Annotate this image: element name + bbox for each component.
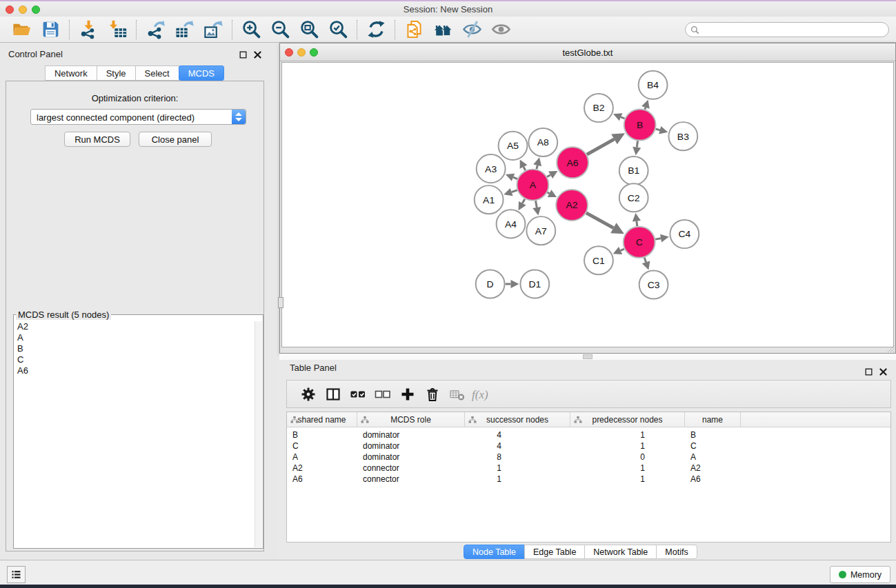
export-image-button[interactable] — [199, 18, 228, 41]
graph-node-A8[interactable]: A8 — [528, 128, 557, 156]
graph-edge-C-C2[interactable] — [633, 213, 641, 226]
graph-edge-C-C1[interactable] — [613, 247, 624, 254]
table-row[interactable]: A2connector11A2 — [287, 463, 890, 474]
refresh-button[interactable] — [361, 18, 390, 41]
zoom-in-button[interactable] — [237, 18, 266, 41]
graph-node-B[interactable]: B — [624, 110, 656, 141]
graph-edge-C-C4[interactable] — [655, 234, 669, 243]
search-input[interactable] — [702, 25, 888, 34]
graph-edge-A-A7[interactable] — [532, 201, 541, 215]
close-panel-button[interactable]: Close panel — [139, 132, 212, 147]
table-row[interactable]: Bdominator41B — [287, 429, 890, 440]
mcds-result-item[interactable]: A2 — [15, 321, 254, 332]
table-row[interactable]: Adominator80A — [287, 452, 890, 463]
duplicate-network-button[interactable] — [399, 18, 428, 41]
tab-network-table[interactable]: Network Table — [584, 545, 657, 559]
column-header-shared-name[interactable]: shared name — [287, 412, 357, 427]
column-header-name[interactable]: name — [685, 412, 741, 427]
tab-edge-table[interactable]: Edge Table — [524, 545, 585, 559]
table-panel-close-button[interactable] — [879, 367, 888, 376]
zoom-selected-button[interactable] — [323, 18, 352, 41]
mcds-list-scrollbar[interactable] — [255, 321, 262, 547]
tab-motifs[interactable]: Motifs — [656, 545, 697, 559]
network-graph[interactable]: B4B2BB3A5A8A6B1A3AC2A1A2A4A7C4CC1C3DD1 — [282, 63, 893, 347]
gear-button[interactable] — [296, 383, 321, 405]
graph-edge-A-A2[interactable] — [548, 190, 557, 197]
horizontal-splitter[interactable] — [279, 354, 896, 360]
table-panel-float-button[interactable] — [864, 367, 873, 376]
select-all-button[interactable] — [346, 383, 370, 405]
graph-node-C[interactable]: C — [624, 227, 655, 258]
graph-edge-A-A5[interactable] — [520, 160, 528, 171]
function-builder-button[interactable] — [470, 383, 495, 405]
graph-node-A3[interactable]: A3 — [477, 154, 506, 183]
criterion-dropdown[interactable]: largest connected component (directed) — [30, 109, 246, 125]
graph-node-C3[interactable]: C3 — [639, 270, 668, 298]
zoom-out-button[interactable] — [266, 18, 295, 41]
graph-node-B2[interactable]: B2 — [584, 94, 613, 122]
mcds-result-item[interactable]: B — [15, 343, 254, 354]
import-network-button[interactable] — [74, 18, 103, 41]
resize-grip-icon[interactable] — [885, 343, 895, 352]
tab-mcds[interactable]: MCDS — [179, 65, 224, 81]
column-header-MCDS-role[interactable]: MCDS role — [357, 412, 465, 427]
deselect-all-button[interactable] — [370, 383, 395, 405]
search-box[interactable] — [685, 22, 889, 37]
network-window-titlebar[interactable]: testGlobe.txt — [280, 43, 895, 61]
graph-edge-A-A3[interactable] — [506, 174, 517, 181]
graph-edge-B-B2[interactable] — [613, 113, 625, 121]
control-panel-close-button[interactable] — [253, 50, 262, 59]
graph-edge-A-A6[interactable] — [547, 171, 557, 179]
graph-node-D[interactable]: D — [476, 270, 505, 298]
graph-node-A1[interactable]: A1 — [475, 185, 504, 214]
tab-style[interactable]: Style — [97, 65, 136, 81]
memory-button[interactable]: Memory — [830, 566, 890, 583]
graph-edge-B-B4[interactable] — [641, 100, 650, 110]
show-panel-button[interactable] — [486, 18, 515, 41]
add-column-button[interactable] — [395, 383, 420, 405]
graph-edge-B-B1[interactable] — [633, 141, 641, 155]
delete-column-button[interactable] — [420, 383, 445, 405]
graph-edge-D-D1[interactable] — [506, 280, 519, 288]
graph-edge-A-A8[interactable] — [533, 157, 541, 169]
graph-edge-C-C3[interactable] — [642, 258, 650, 270]
task-history-button[interactable] — [7, 566, 26, 583]
graph-node-A[interactable]: A — [517, 170, 548, 201]
column-header-predecessor-nodes[interactable]: predecessor nodes — [570, 412, 685, 427]
tab-node-table[interactable]: Node Table — [464, 545, 525, 559]
column-header-successor-nodes[interactable]: successor nodes — [465, 412, 570, 427]
table-row[interactable]: A6connector11A6 — [287, 474, 890, 485]
export-table-button[interactable] — [170, 18, 199, 41]
tab-network[interactable]: Network — [45, 65, 97, 81]
mcds-result-item[interactable]: A6 — [15, 365, 254, 376]
save-session-button[interactable] — [36, 18, 65, 41]
graph-node-B1[interactable]: B1 — [619, 156, 648, 185]
export-network-button[interactable] — [141, 18, 170, 41]
mcds-result-item[interactable]: C — [15, 354, 254, 365]
zoom-fit-button[interactable] — [295, 18, 323, 41]
graph-node-A6[interactable]: A6 — [557, 147, 588, 178]
import-table-button[interactable] — [103, 18, 132, 41]
graph-node-A5[interactable]: A5 — [499, 132, 528, 160]
graph-node-C2[interactable]: C2 — [619, 183, 648, 212]
delete-table-button[interactable] — [445, 383, 470, 405]
graph-node-A2[interactable]: A2 — [556, 190, 588, 221]
table-row[interactable]: Cdominator41C — [287, 440, 890, 452]
splitter-grip[interactable] — [583, 354, 593, 359]
tab-select[interactable]: Select — [135, 65, 179, 81]
graph-edge-A6-B[interactable] — [587, 133, 625, 154]
hide-panel-button[interactable] — [457, 18, 486, 41]
graph-node-C4[interactable]: C4 — [670, 220, 699, 248]
control-panel-float-button[interactable] — [239, 50, 248, 59]
window-edge-grip[interactable] — [278, 297, 283, 308]
graph-node-C1[interactable]: C1 — [584, 246, 613, 274]
graph-edge-A-A4[interactable] — [519, 199, 526, 210]
graph-node-D1[interactable]: D1 — [520, 270, 549, 298]
graph-edge-B-B3[interactable] — [656, 126, 668, 134]
graph-node-A4[interactable]: A4 — [497, 210, 526, 238]
graph-node-A7[interactable]: A7 — [526, 216, 555, 245]
home-button[interactable] — [428, 18, 457, 41]
mcds-result-item[interactable]: A — [15, 332, 254, 343]
open-file-button[interactable] — [7, 18, 36, 41]
run-mcds-button[interactable]: Run MCDS — [64, 132, 130, 147]
